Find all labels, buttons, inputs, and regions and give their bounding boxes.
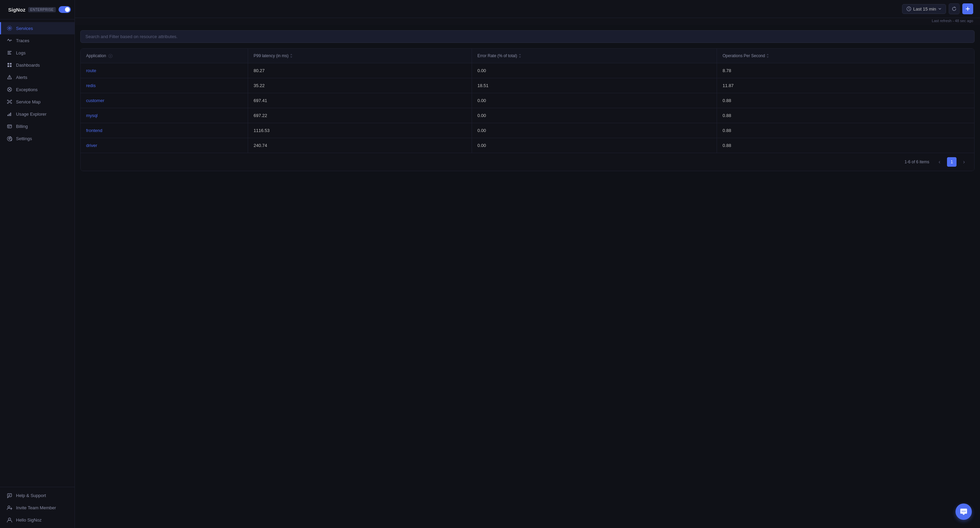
- cell-p99-0: 80.27: [248, 63, 472, 78]
- sidebar-item-services-label: Services: [16, 26, 33, 31]
- cell-error-rate-4: 0.00: [472, 123, 717, 138]
- cell-app-name-1[interactable]: redis: [81, 78, 248, 93]
- svg-point-32: [9, 138, 11, 140]
- search-input[interactable]: [80, 30, 975, 43]
- settings-icon: [6, 135, 13, 142]
- pagination-prev[interactable]: ‹: [935, 157, 944, 167]
- sidebar-item-traces-label: Traces: [16, 38, 29, 43]
- time-selector-label: Last 15 min: [913, 6, 936, 11]
- cell-app-name-3[interactable]: mysql: [81, 108, 248, 123]
- time-selector[interactable]: Last 15 min: [902, 4, 946, 14]
- sidebar-item-help-support[interactable]: Help & Support: [0, 489, 75, 501]
- svg-rect-5: [8, 52, 11, 53]
- svg-rect-28: [8, 125, 11, 128]
- invite-team-icon: [6, 504, 13, 511]
- sidebar-item-services[interactable]: Services: [0, 22, 75, 34]
- add-panel-button[interactable]: [962, 3, 973, 14]
- hello-signoz-icon: [6, 517, 13, 523]
- toggle-switch[interactable]: [59, 6, 71, 13]
- sidebar-nav: Services Traces Logs: [0, 19, 75, 487]
- sidebar-footer: Help & Support Invite Team Member: [0, 487, 75, 528]
- svg-rect-10: [10, 65, 11, 67]
- col-header-ops[interactable]: Operations Per Second: [717, 49, 974, 63]
- svg-rect-6: [8, 54, 11, 54]
- refresh-button[interactable]: [949, 3, 959, 14]
- svg-point-20: [11, 103, 12, 104]
- sidebar-item-billing[interactable]: Billing: [0, 120, 75, 132]
- svg-rect-25: [8, 115, 8, 116]
- filter-icon[interactable]: [108, 54, 113, 58]
- sidebar-item-hello-signoz[interactable]: Hello SigNoz: [0, 514, 75, 526]
- alerts-icon: [6, 74, 13, 80]
- pagination-page-1[interactable]: 1: [947, 157, 956, 167]
- col-header-p99[interactable]: P99 latency (in ms): [248, 49, 472, 63]
- sidebar-item-alerts[interactable]: Alerts: [0, 71, 75, 83]
- pagination-next[interactable]: ›: [959, 157, 969, 167]
- table-row: driver 240.74 0.00 0.88: [81, 138, 974, 153]
- sidebar-item-exceptions[interactable]: Exceptions: [0, 83, 75, 95]
- theme-toggle[interactable]: [59, 6, 71, 13]
- svg-point-3: [8, 26, 12, 30]
- chat-button[interactable]: [956, 504, 972, 520]
- cell-app-name-2[interactable]: customer: [81, 93, 248, 108]
- svg-rect-7: [8, 63, 9, 65]
- dashboards-icon: [6, 62, 13, 68]
- svg-point-47: [962, 511, 963, 512]
- sidebar-item-alerts-label: Alerts: [16, 75, 27, 80]
- col-header-error-rate[interactable]: Error Rate (% of total): [472, 49, 717, 63]
- svg-point-18: [11, 100, 12, 101]
- traces-icon: [6, 37, 13, 43]
- svg-rect-30: [8, 127, 10, 127]
- svg-rect-27: [10, 113, 11, 116]
- plus-icon: [966, 6, 970, 11]
- sidebar-item-usage-explorer[interactable]: Usage Explorer: [0, 108, 75, 120]
- cell-p99-4: 1116.53: [248, 123, 472, 138]
- last-refresh-text: Last refresh - 48 sec ago: [75, 18, 980, 25]
- usage-explorer-icon: [6, 111, 13, 117]
- col-header-application[interactable]: Application: [81, 49, 248, 63]
- pagination-range: 1-6 of 6 items: [904, 159, 929, 164]
- svg-rect-9: [8, 65, 9, 67]
- help-support-icon: [6, 492, 13, 498]
- svg-point-48: [963, 511, 964, 512]
- sort-icon-p99: [290, 54, 293, 58]
- topbar: Last 15 min: [75, 0, 980, 18]
- table-row: redis 35.22 18.51 11.87: [81, 78, 974, 93]
- cell-app-name-5[interactable]: driver: [81, 138, 248, 153]
- svg-point-16: [9, 101, 11, 103]
- cell-ops-4: 0.88: [717, 123, 974, 138]
- sidebar-item-help-support-label: Help & Support: [16, 493, 46, 498]
- cell-app-name-4[interactable]: frontend: [81, 123, 248, 138]
- sidebar-item-settings[interactable]: Settings: [0, 132, 75, 145]
- table-row: route 80.27 0.00 8.78: [81, 63, 974, 78]
- cell-error-rate-5: 0.00: [472, 138, 717, 153]
- cell-ops-2: 0.88: [717, 93, 974, 108]
- svg-line-23: [8, 102, 8, 103]
- sidebar-item-dashboards[interactable]: Dashboards: [0, 59, 75, 71]
- table-row: frontend 1116.53 0.00 0.88: [81, 123, 974, 138]
- svg-point-17: [8, 100, 8, 101]
- pagination: 1-6 of 6 items ‹ 1 ›: [81, 153, 974, 171]
- svg-rect-8: [10, 63, 11, 65]
- cell-error-rate-1: 18.51: [472, 78, 717, 93]
- svg-rect-26: [9, 114, 10, 116]
- chevron-down-icon: [938, 7, 942, 11]
- sort-icon-ops: [766, 54, 769, 58]
- sort-icon-error-rate: [519, 54, 521, 58]
- sidebar-item-hello-signoz-label: Hello SigNoz: [16, 517, 41, 523]
- exceptions-icon: [6, 86, 13, 92]
- services-icon: [6, 25, 13, 31]
- sidebar-item-settings-label: Settings: [16, 136, 32, 141]
- cell-error-rate-2: 0.00: [472, 93, 717, 108]
- enterprise-badge: ENTERPRISE: [28, 7, 56, 12]
- cell-error-rate-3: 0.00: [472, 108, 717, 123]
- sidebar-item-traces[interactable]: Traces: [0, 34, 75, 47]
- sidebar-item-service-map[interactable]: Service Map: [0, 95, 75, 108]
- cell-ops-3: 0.88: [717, 108, 974, 123]
- sidebar-item-exceptions-label: Exceptions: [16, 87, 38, 92]
- sidebar-item-invite-team[interactable]: Invite Team Member: [0, 501, 75, 514]
- table-body: route 80.27 0.00 8.78 redis 35.22 18.51 …: [81, 63, 974, 153]
- cell-app-name-0[interactable]: route: [81, 63, 248, 78]
- sidebar-item-logs[interactable]: Logs: [0, 47, 75, 59]
- sidebar: SigNoz ENTERPRISE Services Traces: [0, 0, 75, 528]
